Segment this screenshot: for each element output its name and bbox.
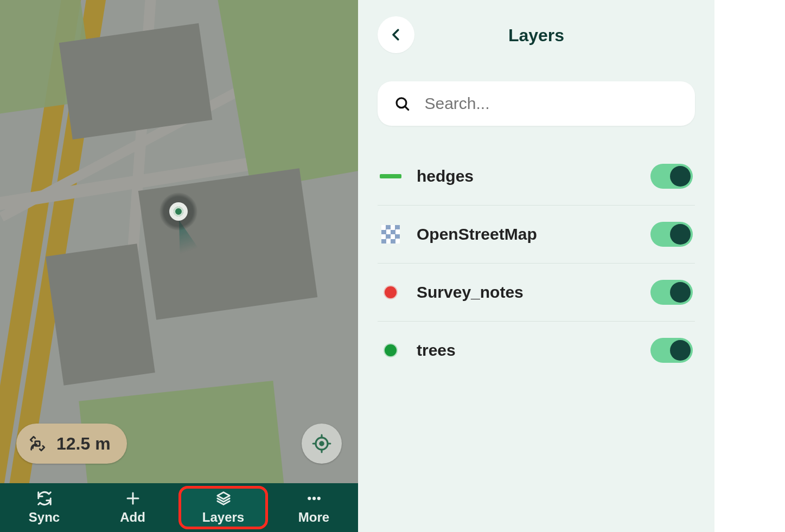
plus-icon	[125, 490, 141, 507]
svg-point-2	[320, 442, 323, 445]
svg-point-3	[308, 497, 310, 500]
blank-margin	[714, 0, 785, 532]
layer-name: hedges	[417, 167, 635, 185]
layer-toggle[interactable]	[650, 164, 693, 189]
bottom-nav: Sync Add Layers More	[0, 483, 358, 532]
layer-toggle[interactable]	[650, 338, 693, 363]
current-location-marker	[159, 193, 197, 230]
svg-point-4	[312, 497, 315, 500]
layers-icon	[215, 490, 232, 507]
satellite-icon	[28, 434, 47, 453]
point-green-icon	[380, 339, 401, 361]
nav-more[interactable]: More	[270, 483, 358, 532]
layer-name: OpenStreetMap	[417, 225, 635, 243]
layer-row[interactable]: Survey_notes	[378, 264, 695, 322]
nav-more-label: More	[298, 510, 329, 525]
layer-name: trees	[417, 341, 635, 360]
svg-point-5	[317, 497, 320, 500]
more-icon	[306, 490, 322, 507]
layer-list: hedges OpenStreetMap Survey_notes	[378, 148, 695, 379]
nav-add[interactable]: Add	[88, 483, 177, 532]
raster-icon	[380, 223, 401, 245]
gps-accuracy-badge[interactable]: 12.5 m	[16, 424, 127, 464]
search-field[interactable]	[378, 81, 695, 126]
layers-panel: Layers hedges OpenStree	[358, 0, 714, 532]
layer-toggle[interactable]	[650, 222, 693, 247]
nav-layers-label: Layers	[202, 510, 244, 525]
panel-title: Layers	[508, 25, 564, 46]
nav-sync-label: Sync	[29, 510, 60, 525]
map-view[interactable]: 12.5 m Sync Add	[0, 0, 358, 532]
chevron-left-icon	[388, 27, 404, 43]
gps-accuracy-value: 12.5 m	[56, 434, 111, 454]
layer-row[interactable]: hedges	[378, 148, 695, 206]
nav-add-label: Add	[120, 510, 145, 525]
layer-name: Survey_notes	[417, 283, 635, 302]
search-icon	[394, 94, 410, 113]
point-red-icon	[380, 281, 401, 303]
nav-sync[interactable]: Sync	[0, 483, 88, 532]
nav-layers[interactable]: Layers	[179, 486, 267, 529]
recenter-button[interactable]	[302, 424, 342, 464]
sync-icon	[36, 490, 53, 507]
back-button[interactable]	[378, 16, 414, 53]
crosshair-icon	[311, 433, 332, 454]
layer-row[interactable]: trees	[378, 322, 695, 379]
layer-toggle[interactable]	[650, 280, 693, 305]
search-input[interactable]	[423, 94, 679, 113]
layer-row[interactable]: OpenStreetMap	[378, 206, 695, 264]
line-icon	[380, 165, 401, 187]
